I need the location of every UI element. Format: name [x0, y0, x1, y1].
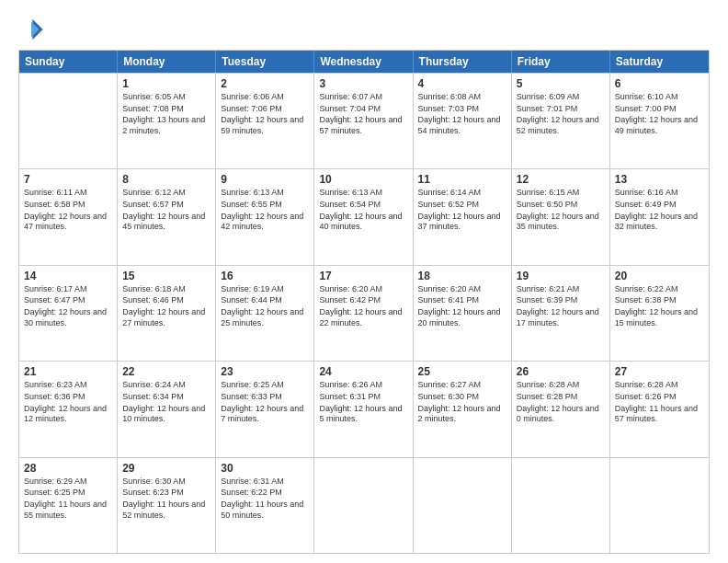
- logo-icon: [18, 17, 44, 42]
- cell-day-number: 19: [517, 270, 605, 282]
- calendar-cell: 15Sunrise: 6:18 AMSunset: 6:46 PMDayligh…: [118, 266, 216, 361]
- cell-sunset: Sunset: 6:47 PM: [24, 295, 112, 306]
- cell-daylight: Daylight: 12 hours and 30 minutes.: [24, 307, 112, 328]
- cell-daylight: Daylight: 11 hours and 50 minutes.: [221, 500, 309, 521]
- cell-sunrise: Sunrise: 6:29 AM: [24, 477, 112, 488]
- cell-sunrise: Sunrise: 6:28 AM: [615, 380, 704, 391]
- cell-daylight: Daylight: 11 hours and 55 minutes.: [24, 500, 112, 521]
- cell-day-number: 6: [615, 77, 704, 90]
- cell-day-number: 23: [221, 365, 309, 378]
- cell-day-number: 4: [418, 77, 506, 90]
- cell-sunrise: Sunrise: 6:23 AM: [24, 380, 112, 391]
- cell-sunrise: Sunrise: 6:11 AM: [24, 188, 112, 199]
- cell-sunrise: Sunrise: 6:06 AM: [221, 92, 309, 103]
- cell-daylight: Daylight: 12 hours and 37 minutes.: [418, 212, 506, 233]
- cell-sunset: Sunset: 6:28 PM: [517, 392, 605, 403]
- cell-day-number: 5: [517, 77, 605, 90]
- cell-day-number: 25: [418, 365, 506, 378]
- cell-sunrise: Sunrise: 6:31 AM: [221, 477, 309, 488]
- calendar-cell: 14Sunrise: 6:17 AMSunset: 6:47 PMDayligh…: [19, 266, 118, 361]
- cell-daylight: Daylight: 11 hours and 57 minutes.: [615, 404, 704, 425]
- calendar-cell: 16Sunrise: 6:19 AMSunset: 6:44 PMDayligh…: [216, 266, 314, 361]
- calendar-header-cell: Friday: [512, 51, 610, 73]
- cell-sunset: Sunset: 6:23 PM: [122, 488, 210, 499]
- cell-sunrise: Sunrise: 6:13 AM: [221, 188, 309, 199]
- calendar-cell: 26Sunrise: 6:28 AMSunset: 6:28 PMDayligh…: [512, 362, 610, 456]
- calendar-header-cell: Thursday: [414, 51, 512, 73]
- cell-day-number: 14: [24, 270, 112, 282]
- cell-day-number: 3: [319, 77, 407, 90]
- cell-day-number: 9: [221, 173, 309, 186]
- cell-sunset: Sunset: 6:57 PM: [122, 200, 210, 211]
- calendar-cell: 19Sunrise: 6:21 AMSunset: 6:39 PMDayligh…: [512, 266, 610, 361]
- cell-sunset: Sunset: 6:44 PM: [221, 295, 309, 306]
- logo: [18, 17, 48, 42]
- cell-sunrise: Sunrise: 6:22 AM: [615, 284, 704, 295]
- cell-day-number: 28: [24, 462, 112, 475]
- calendar-row: 7Sunrise: 6:11 AMSunset: 6:58 PMDaylight…: [19, 168, 709, 264]
- cell-sunrise: Sunrise: 6:20 AM: [319, 284, 407, 295]
- cell-day-number: 30: [221, 462, 309, 475]
- cell-day-number: 22: [122, 365, 210, 378]
- calendar-cell: [19, 74, 118, 168]
- cell-sunset: Sunset: 6:25 PM: [24, 488, 112, 499]
- calendar-cell: 28Sunrise: 6:29 AMSunset: 6:25 PMDayligh…: [19, 458, 118, 553]
- calendar-cell: 6Sunrise: 6:10 AMSunset: 7:00 PMDaylight…: [610, 74, 709, 168]
- cell-sunset: Sunset: 7:00 PM: [615, 104, 704, 115]
- cell-daylight: Daylight: 12 hours and 35 minutes.: [517, 212, 605, 233]
- cell-daylight: Daylight: 12 hours and 15 minutes.: [615, 307, 704, 328]
- cell-daylight: Daylight: 12 hours and 5 minutes.: [319, 404, 407, 425]
- calendar-body: 1Sunrise: 6:05 AMSunset: 7:08 PMDaylight…: [19, 73, 709, 553]
- cell-daylight: Daylight: 12 hours and 10 minutes.: [122, 404, 210, 425]
- cell-daylight: Daylight: 13 hours and 2 minutes.: [122, 115, 210, 136]
- cell-day-number: 26: [517, 365, 605, 378]
- cell-daylight: Daylight: 12 hours and 2 minutes.: [418, 404, 506, 425]
- cell-sunrise: Sunrise: 6:21 AM: [517, 284, 605, 295]
- cell-daylight: Daylight: 12 hours and 27 minutes.: [122, 307, 210, 328]
- cell-sunset: Sunset: 6:55 PM: [221, 200, 309, 211]
- calendar: SundayMondayTuesdayWednesdayThursdayFrid…: [18, 50, 710, 554]
- calendar-cell: 25Sunrise: 6:27 AMSunset: 6:30 PMDayligh…: [414, 362, 512, 456]
- cell-sunrise: Sunrise: 6:30 AM: [122, 477, 210, 488]
- cell-sunrise: Sunrise: 6:27 AM: [418, 380, 506, 391]
- cell-daylight: Daylight: 11 hours and 52 minutes.: [122, 500, 210, 521]
- cell-daylight: Daylight: 12 hours and 0 minutes.: [517, 404, 605, 425]
- cell-day-number: 7: [24, 173, 112, 186]
- cell-day-number: 20: [615, 270, 704, 282]
- cell-daylight: Daylight: 12 hours and 12 minutes.: [24, 404, 112, 425]
- cell-sunset: Sunset: 6:54 PM: [319, 200, 407, 211]
- cell-sunset: Sunset: 6:33 PM: [221, 392, 309, 403]
- cell-sunset: Sunset: 6:34 PM: [122, 392, 210, 403]
- cell-sunrise: Sunrise: 6:16 AM: [615, 188, 704, 199]
- cell-sunset: Sunset: 7:01 PM: [517, 104, 605, 115]
- cell-day-number: 8: [122, 173, 210, 186]
- calendar-cell: 12Sunrise: 6:15 AMSunset: 6:50 PMDayligh…: [512, 169, 610, 264]
- cell-daylight: Daylight: 12 hours and 54 minutes.: [418, 115, 506, 136]
- calendar-cell: 13Sunrise: 6:16 AMSunset: 6:49 PMDayligh…: [610, 169, 709, 264]
- calendar-cell: [414, 458, 512, 553]
- calendar-cell: 17Sunrise: 6:20 AMSunset: 6:42 PMDayligh…: [314, 266, 413, 361]
- calendar-cell: 18Sunrise: 6:20 AMSunset: 6:41 PMDayligh…: [414, 266, 512, 361]
- calendar-cell: 20Sunrise: 6:22 AMSunset: 6:38 PMDayligh…: [610, 266, 709, 361]
- cell-sunrise: Sunrise: 6:13 AM: [319, 188, 407, 199]
- cell-sunset: Sunset: 6:49 PM: [615, 200, 704, 211]
- cell-sunrise: Sunrise: 6:18 AM: [122, 284, 210, 295]
- cell-daylight: Daylight: 12 hours and 17 minutes.: [517, 307, 605, 328]
- calendar-cell: 29Sunrise: 6:30 AMSunset: 6:23 PMDayligh…: [118, 458, 216, 553]
- cell-sunset: Sunset: 6:22 PM: [221, 488, 309, 499]
- cell-sunrise: Sunrise: 6:15 AM: [517, 188, 605, 199]
- cell-day-number: 21: [24, 365, 112, 378]
- cell-sunrise: Sunrise: 6:28 AM: [517, 380, 605, 391]
- calendar-row: 14Sunrise: 6:17 AMSunset: 6:47 PMDayligh…: [19, 265, 709, 361]
- calendar-cell: 1Sunrise: 6:05 AMSunset: 7:08 PMDaylight…: [118, 74, 216, 168]
- cell-daylight: Daylight: 12 hours and 32 minutes.: [615, 212, 704, 233]
- cell-daylight: Daylight: 12 hours and 59 minutes.: [221, 115, 309, 136]
- calendar-header-cell: Sunday: [19, 51, 118, 73]
- cell-sunrise: Sunrise: 6:19 AM: [221, 284, 309, 295]
- calendar-cell: 23Sunrise: 6:25 AMSunset: 6:33 PMDayligh…: [216, 362, 314, 456]
- cell-sunset: Sunset: 6:39 PM: [517, 295, 605, 306]
- cell-sunset: Sunset: 6:50 PM: [517, 200, 605, 211]
- calendar-row: 1Sunrise: 6:05 AMSunset: 7:08 PMDaylight…: [19, 73, 709, 168]
- cell-day-number: 16: [221, 270, 309, 282]
- cell-day-number: 27: [615, 365, 704, 378]
